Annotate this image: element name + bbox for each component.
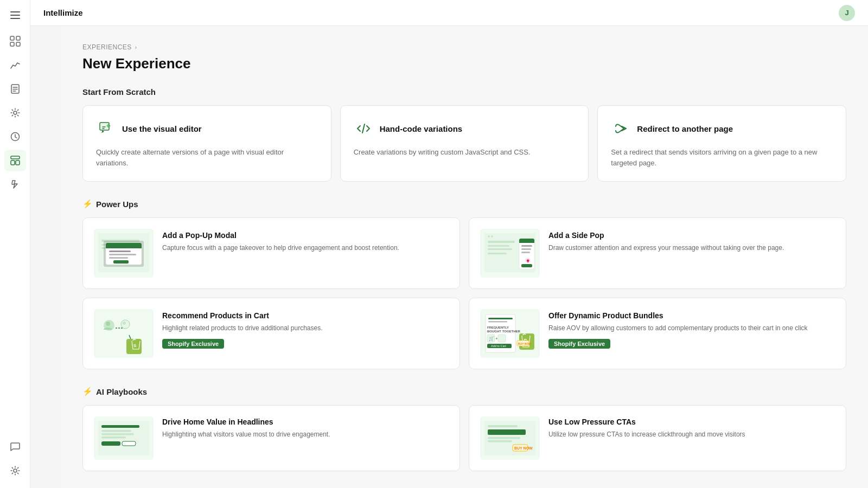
scratch-cards-row: Use the visual editor Quickly create alt… [82, 105, 846, 182]
redirect-card[interactable]: Redirect to another page Set a redirect … [597, 105, 846, 182]
side-pop-image [480, 229, 540, 278]
svg-rect-4 [16, 36, 20, 40]
user-avatar[interactable]: J [839, 5, 855, 21]
sidebar-item-analytics[interactable] [4, 54, 26, 76]
svg-text:BUY NOW: BUY NOW [518, 342, 531, 345]
svg-rect-15 [16, 160, 20, 165]
svg-text:FREQUENTLY: FREQUENTLY [487, 326, 509, 329]
hand-code-card[interactable]: Hand-code variations Create variations b… [340, 105, 589, 182]
dynamic-bundles-image: FREQUENTLY BOUGHT TOGETHER 🛒 + Add to Ca… [480, 309, 540, 358]
svg-rect-63 [498, 335, 506, 342]
svg-rect-14 [11, 160, 15, 165]
drive-home-value-card[interactable]: Drive Home Value in Headlines Highlighti… [82, 405, 460, 471]
recommend-cart-card[interactable]: S Recommend Products in Cart Highlight r… [82, 298, 460, 369]
svg-point-11 [14, 111, 17, 114]
powerups-grid: Add a Pop-Up Modal Capture focus with a … [82, 217, 846, 369]
low-pressure-ctas-desc: Utilize low pressure CTAs to increase cl… [548, 429, 835, 439]
visual-editor-card[interactable]: Use the visual editor Quickly create alt… [82, 105, 331, 182]
drive-home-value-title: Drive Home Value in Headlines [162, 418, 449, 426]
svg-rect-83 [488, 440, 512, 442]
breadcrumb-parent[interactable]: EXPERIENCES [82, 43, 132, 51]
svg-rect-44 [521, 252, 530, 253]
svg-rect-46 [521, 264, 532, 267]
svg-rect-72 [101, 425, 139, 428]
svg-rect-80 [488, 425, 518, 427]
sidebar-item-config[interactable] [4, 460, 26, 481]
svg-text:+: + [495, 336, 498, 341]
svg-rect-43 [521, 248, 531, 250]
svg-point-51 [123, 322, 126, 325]
topbar: Intellimize J [30, 0, 868, 26]
sidebar-item-powerups[interactable] [4, 174, 26, 195]
svg-rect-81 [488, 429, 526, 435]
svg-text:S: S [133, 343, 137, 348]
sidebar-item-experiences[interactable] [4, 150, 26, 171]
svg-text:BUY NOW: BUY NOW [514, 446, 533, 450]
svg-rect-41 [519, 241, 534, 243]
page-title: New Experience [82, 55, 846, 72]
ai-icon: ⚡ [82, 387, 93, 396]
breadcrumb: EXPERIENCES › [82, 43, 846, 51]
svg-rect-28 [109, 254, 136, 255]
sidebar-item-settings[interactable] [4, 102, 26, 124]
popup-modal-title: Add a Pop-Up Modal [162, 231, 449, 240]
recommend-cart-title: Recommend Products in Cart [162, 311, 449, 320]
playbooks-grid: Drive Home Value in Headlines Highlighti… [82, 405, 846, 471]
svg-rect-82 [488, 437, 520, 439]
svg-rect-57 [488, 321, 507, 323]
dynamic-bundles-card[interactable]: FREQUENTLY BOUGHT TOGETHER 🛒 + Add to Ca… [469, 298, 846, 369]
ai-section-heading: ⚡ AI Playbooks [82, 387, 846, 396]
sidebar-menu-button[interactable] [7, 7, 24, 24]
popup-modal-image [94, 229, 154, 278]
svg-rect-56 [488, 318, 513, 319]
redirect-desc: Set a redirect that sends visitors arriv… [611, 147, 833, 168]
svg-rect-0 [10, 11, 20, 12]
svg-rect-29 [109, 257, 128, 259]
svg-rect-73 [101, 430, 131, 432]
svg-rect-75 [101, 436, 126, 439]
visual-editor-title: Use the visual editor [122, 124, 202, 133]
side-pop-title: Add a Side Pop [548, 231, 835, 240]
redirect-icon [611, 119, 630, 138]
hand-code-desc: Create variations by writing custom Java… [354, 147, 576, 158]
svg-text:Add to Cart: Add to Cart [491, 344, 506, 348]
svg-rect-13 [11, 156, 20, 159]
powerups-icon: ⚡ [82, 199, 93, 209]
side-pop-desc: Draw customer attention and express your… [548, 243, 835, 253]
visual-editor-icon [96, 119, 116, 138]
side-pop-card[interactable]: Add a Side Pop Draw customer attention a… [469, 217, 846, 289]
sidebar-item-history[interactable] [4, 126, 26, 147]
svg-text:BOUGHT TOGETHER: BOUGHT TOGETHER [487, 330, 521, 333]
svg-rect-26 [106, 245, 142, 248]
svg-rect-38 [488, 253, 507, 254]
sidebar-item-dashboard[interactable] [4, 30, 26, 52]
sidebar-item-messages[interactable] [4, 436, 26, 458]
sidebar [0, 0, 30, 488]
breadcrumb-separator: › [135, 44, 137, 50]
low-pressure-ctas-title: Use Low Pressure CTAs [548, 418, 835, 426]
svg-rect-42 [521, 245, 532, 247]
hand-code-icon [354, 119, 373, 138]
sidebar-item-reports[interactable] [4, 78, 26, 100]
svg-rect-1 [10, 15, 20, 16]
svg-rect-74 [101, 433, 134, 435]
low-pressure-ctas-image: BUY NOW [480, 416, 540, 460]
svg-rect-30 [113, 260, 129, 264]
dynamic-bundles-desc: Raise AOV by allowing customers to add c… [548, 323, 835, 333]
scratch-section-heading: Start From Scratch [82, 87, 846, 97]
redirect-title: Redirect to another page [637, 124, 733, 133]
popup-modal-desc: Capture focus with a page takeover to he… [162, 243, 449, 253]
recommend-cart-image: S [94, 309, 154, 358]
recommend-cart-desc: Highlight related products to drive addi… [162, 323, 449, 333]
svg-rect-27 [109, 251, 131, 252]
popup-modal-card[interactable]: Add a Pop-Up Modal Capture focus with a … [82, 217, 460, 289]
svg-point-49 [106, 322, 110, 326]
low-pressure-ctas-card[interactable]: BUY NOW Use Low Pressure CTAs Utilize lo… [469, 405, 846, 471]
svg-rect-35 [488, 241, 515, 243]
svg-rect-37 [488, 248, 512, 250]
svg-rect-77 [122, 441, 136, 446]
svg-rect-36 [488, 245, 509, 247]
drive-home-value-desc: Highlighting what visitors value most to… [162, 429, 449, 439]
visual-editor-desc: Quickly create alternate versions of a p… [96, 147, 318, 168]
svg-rect-2 [10, 18, 20, 19]
